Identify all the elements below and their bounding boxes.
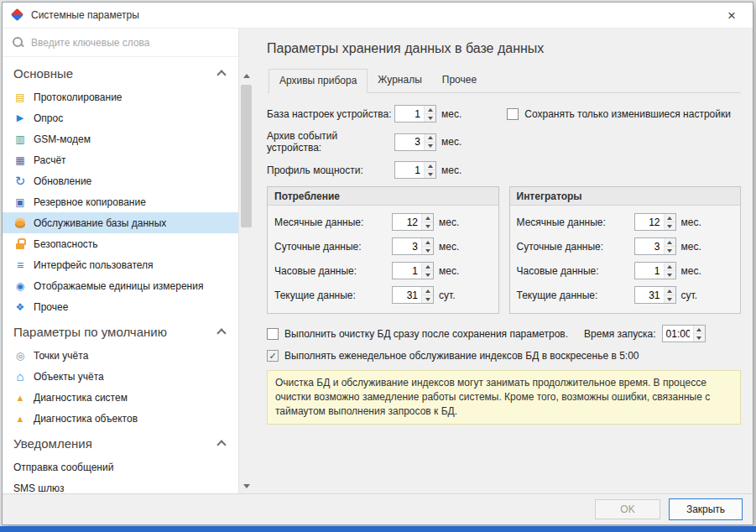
spin-up-button[interactable] xyxy=(665,287,675,295)
triangle-up-icon xyxy=(667,265,672,269)
sidebar-item-object-diagnostics[interactable]: ▲ Диагностика объектов xyxy=(3,408,238,429)
sidebar-item-update[interactable]: ↻ Обновление xyxy=(3,170,238,191)
scrollbar-thumb[interactable] xyxy=(241,85,252,227)
cleanup-after-save-checkbox[interactable] xyxy=(267,328,279,340)
sidebar-item-logging[interactable]: ▤ Протоколирование xyxy=(3,86,238,107)
sidebar-item-polling[interactable]: ▶ Опрос xyxy=(3,107,238,128)
tab-other[interactable]: Прочее xyxy=(432,69,487,92)
spin-up-button[interactable] xyxy=(422,214,433,222)
ok-button[interactable]: OK xyxy=(595,499,660,519)
spin-down-button[interactable] xyxy=(422,222,433,230)
scroll-down-button[interactable] xyxy=(239,479,253,493)
triangle-down-icon xyxy=(425,298,430,301)
daily-data-input[interactable] xyxy=(635,238,664,254)
section-header-general[interactable]: Основные xyxy=(3,59,238,86)
monthly-data-input[interactable] xyxy=(393,214,421,230)
spin-up-button[interactable] xyxy=(422,263,433,270)
search-icon xyxy=(12,36,24,49)
spin-up-button[interactable] xyxy=(665,214,675,222)
close-icon[interactable]: × xyxy=(719,8,744,23)
save-only-changed-checkbox[interactable] xyxy=(507,108,519,120)
sidebar-item-label: Расчёт xyxy=(34,154,66,166)
sidebar-item-send-messages[interactable]: Отправка сообщений xyxy=(3,456,238,477)
scrollbar-track[interactable] xyxy=(239,83,253,479)
daily-data-input[interactable] xyxy=(393,238,421,254)
sidebar-item-metering-points[interactable]: ◎ Точки учёта xyxy=(3,345,238,366)
sidebar-item-security[interactable]: Безопасность xyxy=(3,233,238,254)
spin-down-button[interactable] xyxy=(665,295,675,303)
sidebar-item-display-units[interactable]: ◉ Отображаемые единицы измерения xyxy=(3,275,238,296)
weekly-maintenance-checkbox[interactable]: ✓ xyxy=(267,350,279,362)
current-data-input[interactable] xyxy=(393,287,421,303)
spin-down-button[interactable] xyxy=(665,222,675,230)
system-parameters-dialog: Системные параметры × Основные ▤ Протоко… xyxy=(2,2,753,525)
sidebar: Основные ▤ Протоколирование ▶ Опрос ▥ GS… xyxy=(3,29,239,493)
spin-up-button[interactable] xyxy=(425,162,435,170)
section-header-defaults[interactable]: Параметры по умолчанию xyxy=(3,317,238,345)
sidebar-item-database-maintenance[interactable]: Обслуживание базы данных xyxy=(3,212,238,233)
hourly-data-input[interactable] xyxy=(393,263,421,279)
close-button[interactable]: Закрыть xyxy=(669,498,743,520)
spin-down-button[interactable] xyxy=(425,142,435,150)
triangle-down-icon xyxy=(667,249,672,253)
monthly-data-input[interactable] xyxy=(635,214,664,230)
section-header-notifications[interactable]: Уведомления xyxy=(3,429,238,456)
sidebar-item-user-interface[interactable]: ≡ Интерфейс пользователя xyxy=(3,254,238,275)
spin-up-button[interactable] xyxy=(425,134,435,142)
triangle-down-icon xyxy=(667,298,672,301)
sidebar-item-backup[interactable]: ▣ Резервное копирование xyxy=(3,191,238,212)
event-archive-input[interactable] xyxy=(395,134,424,150)
unit-label: мес. xyxy=(681,265,701,277)
spin-up-button[interactable] xyxy=(422,287,433,295)
backup-icon: ▣ xyxy=(13,196,27,209)
sidebar-item-gsm-modem[interactable]: ▥ GSM-модем xyxy=(3,128,238,149)
power-profile-spinner xyxy=(394,161,436,179)
spin-down-button[interactable] xyxy=(422,270,433,279)
spin-down-button[interactable] xyxy=(665,270,675,279)
sidebar-item-label: Опрос xyxy=(34,112,63,124)
hourly-data-input[interactable] xyxy=(635,263,664,279)
scroll-up-button[interactable] xyxy=(239,69,253,83)
tab-journals[interactable]: Журналы xyxy=(368,69,431,92)
current-data-label: Текущие данные: xyxy=(517,289,634,301)
spin-down-button[interactable] xyxy=(422,295,433,303)
tab-device-archives[interactable]: Архивы прибора xyxy=(269,69,368,93)
event-archive-label: Архив событий устройства: xyxy=(267,130,394,154)
spin-down-button[interactable] xyxy=(422,246,433,254)
spin-up-button[interactable] xyxy=(665,238,675,246)
monthly-data-label: Месячные данные: xyxy=(517,216,634,228)
spin-down-button[interactable] xyxy=(694,333,705,342)
sidebar-item-sms-gateway[interactable]: SMS шлюз xyxy=(3,477,238,493)
sidebar-item-misc[interactable]: ❖ Прочее xyxy=(3,296,238,317)
monthly-data-label: Месячные данные: xyxy=(274,216,392,228)
content-scrollbar[interactable] xyxy=(239,69,253,493)
start-time-input[interactable] xyxy=(663,326,693,342)
spin-down-button[interactable] xyxy=(425,170,435,178)
device-settings-input[interactable] xyxy=(395,106,424,122)
spin-up-button[interactable] xyxy=(694,326,705,333)
spin-down-button[interactable] xyxy=(425,113,435,122)
sidebar-item-calculation[interactable]: ▦ Расчёт xyxy=(3,149,238,170)
tab-page-device-archives: База настроек устройства: мес. Сохранять… xyxy=(267,93,741,425)
sidebar-item-metering-objects[interactable]: ⌂ Объекты учёта xyxy=(3,366,238,387)
calculator-icon: ▦ xyxy=(13,154,27,167)
dialog-footer: OK Закрыть xyxy=(3,493,753,524)
ui-settings-icon: ≡ xyxy=(13,258,27,272)
sidebar-item-system-diagnostics[interactable]: ▲ Диагностика систем xyxy=(3,387,238,408)
search-input[interactable] xyxy=(31,37,229,49)
app-logo-icon xyxy=(11,8,24,22)
daily-data-label: Суточные данные: xyxy=(517,241,634,253)
spin-up-button[interactable] xyxy=(425,106,435,113)
current-data-input[interactable] xyxy=(635,287,664,303)
power-profile-input[interactable] xyxy=(395,162,424,178)
spin-up-button[interactable] xyxy=(422,238,433,246)
power-profile-label: Профиль мощности: xyxy=(267,164,394,176)
spin-down-button[interactable] xyxy=(665,246,675,254)
sidebar-item-label: Безопасность xyxy=(34,238,98,250)
sidebar-item-label: GSM-модем xyxy=(34,133,91,145)
start-time-spinner xyxy=(662,325,706,342)
sidebar-item-label: Резервное копирование xyxy=(34,196,146,208)
hourly-data-label: Часовые данные: xyxy=(517,265,634,277)
unit-label: мес. xyxy=(681,241,701,253)
spin-up-button[interactable] xyxy=(665,263,675,270)
